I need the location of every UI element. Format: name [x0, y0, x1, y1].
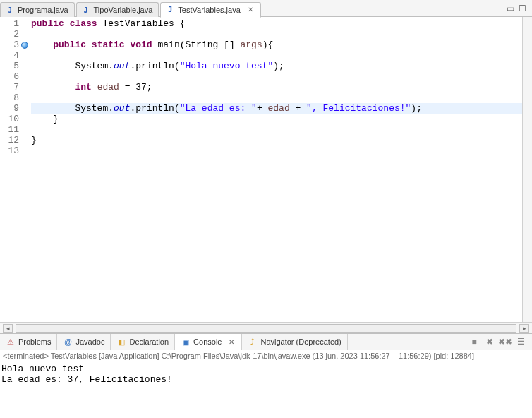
- horizontal-scrollbar[interactable]: ◂ ▸: [0, 322, 532, 333]
- run-marker-icon[interactable]: [21, 42, 28, 49]
- line-number: 10: [0, 114, 19, 124]
- marker-cell: [20, 61, 30, 71]
- scroll-left-icon[interactable]: ◂: [3, 324, 13, 333]
- maximize-icon[interactable]: ☐: [519, 4, 526, 13]
- view-tab[interactable]: ⤴Navigator (Deprecated): [242, 334, 347, 350]
- code-line[interactable]: [31, 29, 522, 40]
- editor-tab[interactable]: JTestVariables.java✕: [160, 2, 260, 18]
- close-icon[interactable]: ✕: [227, 338, 236, 346]
- code-line[interactable]: [31, 145, 522, 156]
- scroll-track[interactable]: [16, 324, 516, 333]
- view-tab-icon: ⤴: [248, 337, 258, 347]
- code-line[interactable]: int edad = 37;: [31, 82, 522, 92]
- code-line[interactable]: public static void main(String [] args){: [31, 40, 522, 50]
- view-tab[interactable]: ◧Declaration: [111, 334, 175, 350]
- console-status: <terminated> TestVariables [Java Applica…: [0, 350, 532, 362]
- view-tab-label: Console: [193, 338, 222, 346]
- view-tab-icon: @: [63, 337, 73, 347]
- marker-cell: [20, 145, 30, 156]
- view-tab[interactable]: ▣Console✕: [175, 334, 242, 350]
- line-number: 13: [0, 145, 19, 156]
- line-number: 1: [0, 18, 19, 29]
- code-editor[interactable]: 12345678910111213 public class TestVaria…: [0, 17, 532, 322]
- marker-cell: [20, 135, 30, 145]
- view-tab-label: Navigator (Deprecated): [260, 338, 341, 346]
- code-line[interactable]: System.out.println("La edad es: "+ edad …: [31, 103, 522, 114]
- line-number: 12: [0, 135, 19, 145]
- code-line[interactable]: }: [31, 114, 522, 124]
- line-number-gutter: 12345678910111213: [0, 17, 20, 322]
- marker-cell: [20, 18, 30, 29]
- java-file-icon: J: [165, 5, 175, 15]
- editor-tab[interactable]: JTipoVariable.java: [76, 2, 159, 18]
- console-status-main: TestVariables [Java Application] C:\Prog…: [51, 352, 474, 360]
- editor-toolbar-right: ▭ ☐: [507, 4, 532, 13]
- marker-cell: [20, 114, 30, 124]
- line-number: 2: [0, 29, 19, 40]
- editor-tab[interactable]: JPrograma.java: [0, 2, 75, 18]
- code-line[interactable]: public class TestVariables {: [31, 18, 522, 29]
- remove-launch-icon[interactable]: ✖: [484, 336, 495, 347]
- marker-cell: [20, 103, 30, 114]
- source-code[interactable]: public class TestVariables { public stat…: [30, 17, 522, 322]
- editor-tab-label: Programa.java: [18, 6, 68, 14]
- console-output[interactable]: Hola nuevo test La edad es: 37, Felicita…: [0, 362, 532, 386]
- editor-tab-label: TestVariables.java: [178, 6, 240, 14]
- overview-ruler: [522, 17, 532, 322]
- java-file-icon: J: [81, 5, 91, 15]
- code-line[interactable]: [31, 92, 522, 103]
- view-tabs: ⚠Problems@Javadoc◧Declaration▣Console✕⤴N…: [0, 333, 532, 350]
- code-line[interactable]: System.out.println("Hola nuevo test");: [31, 61, 522, 71]
- terminate-icon[interactable]: ■: [468, 336, 480, 347]
- code-line[interactable]: }: [31, 135, 522, 145]
- view-tab-label: Problems: [18, 338, 51, 346]
- scroll-right-icon[interactable]: ▸: [519, 324, 529, 333]
- minimize-icon[interactable]: ▭: [507, 4, 514, 13]
- line-number: 6: [0, 71, 19, 82]
- marker-cell: [20, 124, 30, 135]
- editor-tab-label: TipoVariable.java: [94, 6, 153, 14]
- marker-cell: [20, 92, 30, 103]
- line-number: 8: [0, 92, 19, 103]
- marker-cell: [20, 82, 30, 92]
- line-number: 7: [0, 82, 19, 92]
- view-tab-label: Javadoc: [75, 338, 104, 346]
- console-toolbar: ■ ✖ ✖✖ ☰: [468, 336, 532, 347]
- view-tab[interactable]: ⚠Problems: [0, 334, 57, 350]
- editor-tabs: JPrograma.javaJTipoVariable.javaJTestVar…: [0, 0, 532, 17]
- line-number: 3: [0, 40, 19, 50]
- line-number: 9: [0, 103, 19, 114]
- marker-cell: [20, 40, 30, 50]
- view-tab-icon: ⚠: [6, 337, 16, 347]
- view-tab-label: Declaration: [129, 338, 169, 346]
- line-number: 11: [0, 124, 19, 135]
- code-line[interactable]: [31, 124, 522, 135]
- marker-column: [20, 17, 30, 322]
- marker-cell: [20, 71, 30, 82]
- view-tab[interactable]: @Javadoc: [57, 334, 111, 350]
- code-line[interactable]: [31, 50, 522, 61]
- console-status-prefix: <terminated>: [3, 352, 51, 360]
- java-file-icon: J: [5, 5, 15, 15]
- console-menu-icon[interactable]: ☰: [515, 336, 526, 347]
- line-number: 4: [0, 50, 19, 61]
- code-line[interactable]: [31, 71, 522, 82]
- remove-all-icon[interactable]: ✖✖: [500, 336, 511, 347]
- view-tab-icon: ▣: [181, 337, 191, 347]
- marker-cell: [20, 50, 30, 61]
- view-tab-icon: ◧: [116, 337, 126, 347]
- line-number: 5: [0, 61, 19, 71]
- marker-cell: [20, 29, 30, 40]
- close-icon[interactable]: ✕: [246, 6, 255, 14]
